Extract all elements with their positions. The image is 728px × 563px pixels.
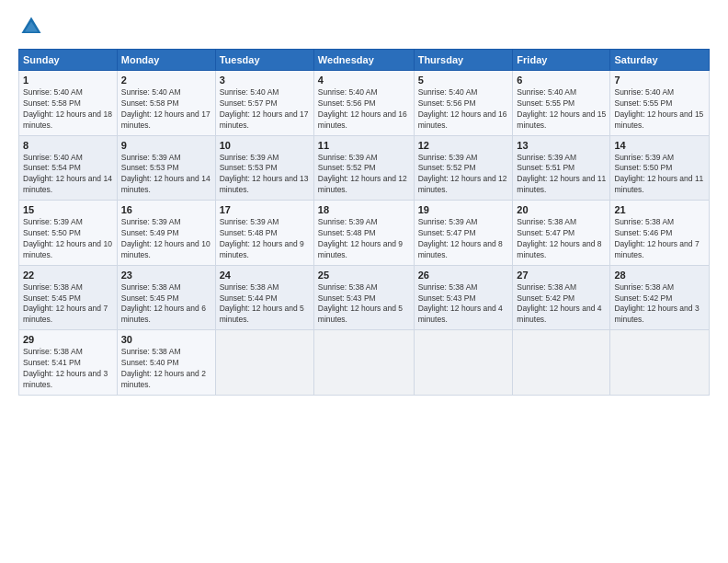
day-cell: 28Sunrise: 5:38 AMSunset: 5:42 PMDayligh… — [610, 265, 710, 330]
day-cell: 16Sunrise: 5:39 AMSunset: 5:49 PMDayligh… — [117, 201, 215, 266]
day-cell: 15Sunrise: 5:39 AMSunset: 5:50 PMDayligh… — [19, 201, 118, 266]
week-row-2: 8Sunrise: 5:40 AMSunset: 5:54 PMDaylight… — [19, 135, 710, 201]
day-cell: 12Sunrise: 5:39 AMSunset: 5:52 PMDayligh… — [414, 135, 513, 201]
logo-icon — [18, 14, 44, 40]
week-row-3: 15Sunrise: 5:39 AMSunset: 5:50 PMDayligh… — [19, 201, 710, 266]
day-cell — [313, 330, 414, 396]
day-number: 6 — [517, 75, 606, 86]
day-number: 8 — [23, 140, 113, 151]
col-header-sunday: Sunday — [19, 50, 118, 71]
day-info: Sunrise: 5:39 AMSunset: 5:52 PMDaylight:… — [318, 153, 410, 197]
day-number: 13 — [517, 140, 606, 151]
day-cell: 5Sunrise: 5:40 AMSunset: 5:56 PMDaylight… — [414, 71, 513, 136]
day-info: Sunrise: 5:39 AMSunset: 5:48 PMDaylight:… — [318, 217, 410, 261]
day-cell: 18Sunrise: 5:39 AMSunset: 5:48 PMDayligh… — [313, 201, 414, 266]
day-cell: 14Sunrise: 5:39 AMSunset: 5:50 PMDayligh… — [610, 135, 710, 201]
day-info: Sunrise: 5:39 AMSunset: 5:50 PMDaylight:… — [614, 153, 705, 197]
day-info: Sunrise: 5:39 AMSunset: 5:47 PMDaylight:… — [418, 217, 509, 261]
day-info: Sunrise: 5:38 AMSunset: 5:42 PMDaylight:… — [517, 282, 606, 327]
day-number: 26 — [418, 270, 509, 281]
day-cell — [610, 330, 710, 396]
week-row-4: 22Sunrise: 5:38 AMSunset: 5:45 PMDayligh… — [19, 265, 710, 330]
day-cell — [513, 330, 610, 396]
day-cell: 27Sunrise: 5:38 AMSunset: 5:42 PMDayligh… — [513, 265, 610, 330]
day-number: 2 — [121, 75, 211, 86]
day-cell: 6Sunrise: 5:40 AMSunset: 5:55 PMDaylight… — [513, 71, 610, 136]
week-row-5: 29Sunrise: 5:38 AMSunset: 5:41 PMDayligh… — [19, 330, 710, 396]
day-number: 5 — [418, 75, 509, 86]
col-header-saturday: Saturday — [610, 50, 710, 71]
day-info: Sunrise: 5:39 AMSunset: 5:51 PMDaylight:… — [517, 153, 606, 197]
day-info: Sunrise: 5:38 AMSunset: 5:44 PMDaylight:… — [220, 282, 310, 327]
day-number: 9 — [121, 140, 211, 151]
day-number: 12 — [418, 140, 509, 151]
day-cell: 3Sunrise: 5:40 AMSunset: 5:57 PMDaylight… — [215, 71, 313, 136]
day-info: Sunrise: 5:39 AMSunset: 5:53 PMDaylight:… — [121, 153, 211, 197]
day-number: 20 — [517, 204, 606, 215]
logo — [18, 14, 48, 40]
day-cell: 29Sunrise: 5:38 AMSunset: 5:41 PMDayligh… — [19, 330, 118, 396]
day-cell: 20Sunrise: 5:38 AMSunset: 5:47 PMDayligh… — [513, 201, 610, 266]
day-number: 16 — [121, 204, 211, 215]
day-info: Sunrise: 5:38 AMSunset: 5:47 PMDaylight:… — [517, 217, 606, 261]
day-cell: 23Sunrise: 5:38 AMSunset: 5:45 PMDayligh… — [117, 265, 215, 330]
day-info: Sunrise: 5:39 AMSunset: 5:48 PMDaylight:… — [220, 217, 310, 261]
day-cell: 9Sunrise: 5:39 AMSunset: 5:53 PMDaylight… — [117, 135, 215, 201]
day-info: Sunrise: 5:38 AMSunset: 5:40 PMDaylight:… — [121, 347, 211, 391]
day-cell: 2Sunrise: 5:40 AMSunset: 5:58 PMDaylight… — [117, 71, 215, 136]
day-cell — [414, 330, 513, 396]
day-number: 1 — [23, 75, 113, 86]
day-info: Sunrise: 5:39 AMSunset: 5:49 PMDaylight:… — [121, 217, 211, 261]
header-row: SundayMondayTuesdayWednesdayThursdayFrid… — [19, 50, 710, 71]
day-number: 15 — [23, 204, 113, 215]
day-cell: 22Sunrise: 5:38 AMSunset: 5:45 PMDayligh… — [19, 265, 118, 330]
day-info: Sunrise: 5:40 AMSunset: 5:54 PMDaylight:… — [23, 153, 113, 197]
day-info: Sunrise: 5:39 AMSunset: 5:52 PMDaylight:… — [418, 153, 509, 197]
day-info: Sunrise: 5:39 AMSunset: 5:50 PMDaylight:… — [23, 217, 113, 261]
col-header-tuesday: Tuesday — [215, 50, 313, 71]
week-row-1: 1Sunrise: 5:40 AMSunset: 5:58 PMDaylight… — [19, 71, 710, 136]
col-header-thursday: Thursday — [414, 50, 513, 71]
day-cell: 30Sunrise: 5:38 AMSunset: 5:40 PMDayligh… — [117, 330, 215, 396]
day-cell: 13Sunrise: 5:39 AMSunset: 5:51 PMDayligh… — [513, 135, 610, 201]
day-number: 29 — [23, 334, 113, 345]
day-cell: 21Sunrise: 5:38 AMSunset: 5:46 PMDayligh… — [610, 201, 710, 266]
day-number: 21 — [614, 204, 705, 215]
day-cell: 1Sunrise: 5:40 AMSunset: 5:58 PMDaylight… — [19, 71, 118, 136]
day-info: Sunrise: 5:38 AMSunset: 5:45 PMDaylight:… — [23, 282, 113, 327]
day-info: Sunrise: 5:38 AMSunset: 5:45 PMDaylight:… — [121, 282, 211, 327]
day-number: 14 — [614, 140, 705, 151]
day-cell: 4Sunrise: 5:40 AMSunset: 5:56 PMDaylight… — [313, 71, 414, 136]
day-number: 23 — [121, 270, 211, 281]
day-number: 18 — [318, 204, 410, 215]
day-info: Sunrise: 5:40 AMSunset: 5:55 PMDaylight:… — [614, 87, 705, 132]
day-number: 3 — [220, 75, 310, 86]
day-number: 7 — [614, 75, 705, 86]
header — [18, 14, 710, 40]
day-info: Sunrise: 5:40 AMSunset: 5:55 PMDaylight:… — [517, 87, 606, 132]
day-info: Sunrise: 5:38 AMSunset: 5:43 PMDaylight:… — [318, 282, 410, 327]
day-cell: 25Sunrise: 5:38 AMSunset: 5:43 PMDayligh… — [313, 265, 414, 330]
day-number: 28 — [614, 270, 705, 281]
day-cell: 26Sunrise: 5:38 AMSunset: 5:43 PMDayligh… — [414, 265, 513, 330]
day-cell: 10Sunrise: 5:39 AMSunset: 5:53 PMDayligh… — [215, 135, 313, 201]
day-cell: 11Sunrise: 5:39 AMSunset: 5:52 PMDayligh… — [313, 135, 414, 201]
calendar-table: SundayMondayTuesdayWednesdayThursdayFrid… — [18, 49, 710, 396]
col-header-wednesday: Wednesday — [313, 50, 414, 71]
day-cell: 7Sunrise: 5:40 AMSunset: 5:55 PMDaylight… — [610, 71, 710, 136]
day-info: Sunrise: 5:40 AMSunset: 5:58 PMDaylight:… — [23, 87, 113, 132]
day-info: Sunrise: 5:39 AMSunset: 5:53 PMDaylight:… — [220, 153, 310, 197]
day-info: Sunrise: 5:40 AMSunset: 5:58 PMDaylight:… — [121, 87, 211, 132]
col-header-monday: Monday — [117, 50, 215, 71]
day-cell: 17Sunrise: 5:39 AMSunset: 5:48 PMDayligh… — [215, 201, 313, 266]
day-cell: 8Sunrise: 5:40 AMSunset: 5:54 PMDaylight… — [19, 135, 118, 201]
day-info: Sunrise: 5:40 AMSunset: 5:56 PMDaylight:… — [418, 87, 509, 132]
day-info: Sunrise: 5:40 AMSunset: 5:56 PMDaylight:… — [318, 87, 410, 132]
page: SundayMondayTuesdayWednesdayThursdayFrid… — [0, 0, 728, 563]
day-number: 24 — [220, 270, 310, 281]
day-cell — [215, 330, 313, 396]
day-info: Sunrise: 5:38 AMSunset: 5:42 PMDaylight:… — [614, 282, 705, 327]
day-number: 30 — [121, 334, 211, 345]
day-number: 10 — [220, 140, 310, 151]
day-info: Sunrise: 5:38 AMSunset: 5:41 PMDaylight:… — [23, 347, 113, 391]
